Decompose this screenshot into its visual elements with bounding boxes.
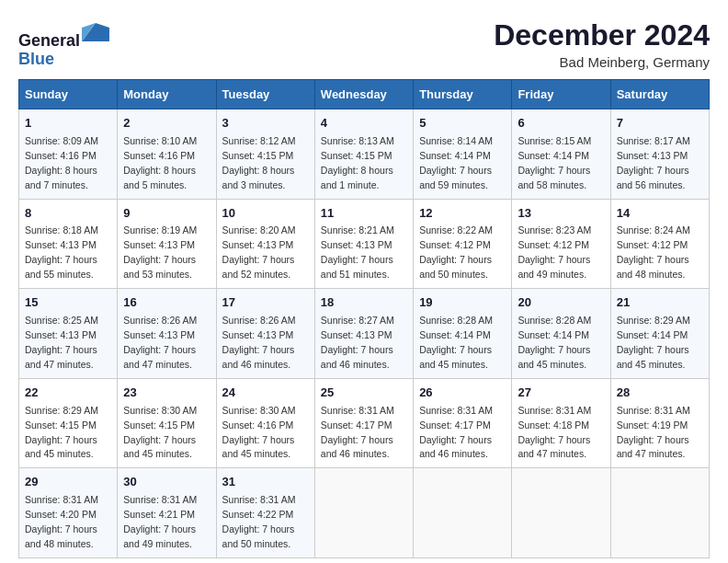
col-header-friday: Friday — [512, 80, 610, 109]
day-info: Sunrise: 8:19 AM Sunset: 4:13 PM Dayligh… — [123, 224, 197, 280]
logo-text: General Blue — [18, 18, 109, 69]
day-info: Sunrise: 8:20 AM Sunset: 4:13 PM Dayligh… — [222, 224, 296, 280]
day-info: Sunrise: 8:12 AM Sunset: 4:15 PM Dayligh… — [222, 135, 296, 190]
day-info: Sunrise: 8:26 AM Sunset: 4:13 PM Dayligh… — [123, 315, 197, 370]
day-info: Sunrise: 8:31 AM Sunset: 4:17 PM Dayligh… — [321, 405, 394, 460]
calendar-cell — [414, 468, 512, 558]
day-number: 9 — [123, 205, 210, 223]
col-header-thursday: Thursday — [414, 80, 512, 109]
day-number: 19 — [419, 294, 506, 312]
calendar-cell: 11 Sunrise: 8:21 AM Sunset: 4:13 PM Dayl… — [314, 199, 413, 289]
calendar-week-4: 22 Sunrise: 8:29 AM Sunset: 4:15 PM Dayl… — [19, 378, 710, 468]
day-info: Sunrise: 8:31 AM Sunset: 4:19 PM Dayligh… — [617, 405, 690, 460]
calendar-table: SundayMondayTuesdayWednesdayThursdayFrid… — [18, 79, 710, 558]
day-number: 11 — [321, 205, 407, 223]
calendar-cell: 2 Sunrise: 8:10 AM Sunset: 4:16 PM Dayli… — [118, 109, 216, 200]
col-header-sunday: Sunday — [19, 80, 118, 109]
day-number: 17 — [222, 294, 309, 312]
calendar-cell: 27 Sunrise: 8:31 AM Sunset: 4:18 PM Dayl… — [512, 378, 610, 468]
calendar-cell: 15 Sunrise: 8:25 AM Sunset: 4:13 PM Dayl… — [19, 289, 118, 379]
calendar-cell: 5 Sunrise: 8:14 AM Sunset: 4:14 PM Dayli… — [414, 109, 512, 200]
day-number: 7 — [617, 115, 703, 132]
day-info: Sunrise: 8:10 AM Sunset: 4:16 PM Dayligh… — [123, 135, 197, 190]
day-number: 5 — [419, 115, 506, 132]
page-header: General Blue December 2024 Bad Meinberg,… — [18, 18, 710, 70]
title-block: December 2024 Bad Meinberg, Germany — [494, 18, 710, 70]
col-header-monday: Monday — [118, 80, 216, 109]
day-number: 28 — [617, 385, 703, 402]
calendar-week-1: 1 Sunrise: 8:09 AM Sunset: 4:16 PM Dayli… — [19, 109, 710, 200]
calendar-week-5: 29 Sunrise: 8:31 AM Sunset: 4:20 PM Dayl… — [19, 468, 710, 558]
day-number: 10 — [222, 205, 309, 223]
calendar-cell: 18 Sunrise: 8:27 AM Sunset: 4:13 PM Dayl… — [314, 289, 413, 379]
day-number: 8 — [25, 205, 111, 223]
logo-icon — [82, 18, 109, 46]
day-number: 26 — [419, 385, 506, 402]
day-info: Sunrise: 8:31 AM Sunset: 4:18 PM Dayligh… — [518, 405, 591, 460]
day-info: Sunrise: 8:18 AM Sunset: 4:13 PM Dayligh… — [25, 224, 98, 280]
day-info: Sunrise: 8:09 AM Sunset: 4:16 PM Dayligh… — [25, 135, 98, 190]
calendar-cell: 8 Sunrise: 8:18 AM Sunset: 4:13 PM Dayli… — [19, 199, 118, 289]
day-info: Sunrise: 8:29 AM Sunset: 4:14 PM Dayligh… — [617, 315, 690, 370]
day-info: Sunrise: 8:28 AM Sunset: 4:14 PM Dayligh… — [518, 315, 591, 370]
day-number: 18 — [321, 294, 407, 312]
calendar-cell: 31 Sunrise: 8:31 AM Sunset: 4:22 PM Dayl… — [216, 468, 314, 558]
calendar-cell: 17 Sunrise: 8:26 AM Sunset: 4:13 PM Dayl… — [216, 289, 314, 379]
day-info: Sunrise: 8:23 AM Sunset: 4:12 PM Dayligh… — [518, 224, 591, 280]
calendar-cell: 13 Sunrise: 8:23 AM Sunset: 4:12 PM Dayl… — [512, 199, 610, 289]
calendar-cell: 14 Sunrise: 8:24 AM Sunset: 4:12 PM Dayl… — [610, 199, 709, 289]
day-info: Sunrise: 8:27 AM Sunset: 4:13 PM Dayligh… — [321, 315, 394, 370]
calendar-cell: 30 Sunrise: 8:31 AM Sunset: 4:21 PM Dayl… — [118, 468, 216, 558]
day-info: Sunrise: 8:25 AM Sunset: 4:13 PM Dayligh… — [25, 315, 98, 370]
col-header-wednesday: Wednesday — [314, 80, 413, 109]
calendar-cell: 12 Sunrise: 8:22 AM Sunset: 4:12 PM Dayl… — [414, 199, 512, 289]
day-number: 31 — [222, 474, 309, 491]
day-number: 27 — [518, 385, 604, 402]
col-header-tuesday: Tuesday — [216, 80, 314, 109]
calendar-cell: 4 Sunrise: 8:13 AM Sunset: 4:15 PM Dayli… — [314, 109, 413, 200]
calendar-cell — [314, 468, 413, 558]
location-subtitle: Bad Meinberg, Germany — [494, 54, 710, 70]
day-number: 20 — [518, 294, 604, 312]
day-number: 6 — [518, 115, 604, 132]
calendar-cell: 26 Sunrise: 8:31 AM Sunset: 4:17 PM Dayl… — [414, 378, 512, 468]
calendar-cell: 20 Sunrise: 8:28 AM Sunset: 4:14 PM Dayl… — [512, 289, 610, 379]
day-info: Sunrise: 8:22 AM Sunset: 4:12 PM Dayligh… — [419, 224, 493, 280]
day-info: Sunrise: 8:14 AM Sunset: 4:14 PM Dayligh… — [419, 135, 493, 190]
calendar-cell: 9 Sunrise: 8:19 AM Sunset: 4:13 PM Dayli… — [118, 199, 216, 289]
calendar-cell — [610, 468, 709, 558]
calendar-cell: 24 Sunrise: 8:30 AM Sunset: 4:16 PM Dayl… — [216, 378, 314, 468]
calendar-cell: 29 Sunrise: 8:31 AM Sunset: 4:20 PM Dayl… — [19, 468, 118, 558]
calendar-cell: 19 Sunrise: 8:28 AM Sunset: 4:14 PM Dayl… — [414, 289, 512, 379]
day-number: 15 — [25, 294, 111, 312]
day-number: 30 — [123, 474, 210, 491]
calendar-week-3: 15 Sunrise: 8:25 AM Sunset: 4:13 PM Dayl… — [19, 289, 710, 379]
calendar-header-row: SundayMondayTuesdayWednesdayThursdayFrid… — [19, 80, 710, 109]
day-number: 25 — [321, 385, 407, 402]
calendar-cell: 16 Sunrise: 8:26 AM Sunset: 4:13 PM Dayl… — [118, 289, 216, 379]
calendar-cell: 1 Sunrise: 8:09 AM Sunset: 4:16 PM Dayli… — [19, 109, 118, 200]
day-number: 23 — [123, 385, 210, 402]
calendar-cell: 23 Sunrise: 8:30 AM Sunset: 4:15 PM Dayl… — [118, 378, 216, 468]
month-title: December 2024 — [494, 18, 710, 52]
day-number: 2 — [123, 115, 210, 132]
day-number: 14 — [617, 205, 703, 223]
day-info: Sunrise: 8:26 AM Sunset: 4:13 PM Dayligh… — [222, 315, 296, 370]
calendar-cell: 22 Sunrise: 8:29 AM Sunset: 4:15 PM Dayl… — [19, 378, 118, 468]
day-info: Sunrise: 8:29 AM Sunset: 4:15 PM Dayligh… — [25, 405, 98, 460]
day-number: 4 — [321, 115, 407, 132]
calendar-cell: 25 Sunrise: 8:31 AM Sunset: 4:17 PM Dayl… — [314, 378, 413, 468]
day-info: Sunrise: 8:31 AM Sunset: 4:17 PM Dayligh… — [419, 405, 493, 460]
day-info: Sunrise: 8:31 AM Sunset: 4:20 PM Dayligh… — [25, 494, 98, 549]
calendar-cell: 10 Sunrise: 8:20 AM Sunset: 4:13 PM Dayl… — [216, 199, 314, 289]
day-info: Sunrise: 8:31 AM Sunset: 4:22 PM Dayligh… — [222, 494, 296, 549]
day-info: Sunrise: 8:31 AM Sunset: 4:21 PM Dayligh… — [123, 494, 197, 549]
day-number: 12 — [419, 205, 506, 223]
calendar-cell: 21 Sunrise: 8:29 AM Sunset: 4:14 PM Dayl… — [610, 289, 709, 379]
day-info: Sunrise: 8:15 AM Sunset: 4:14 PM Dayligh… — [518, 135, 591, 190]
day-number: 22 — [25, 385, 111, 402]
day-number: 24 — [222, 385, 309, 402]
logo: General Blue — [18, 18, 109, 69]
calendar-week-2: 8 Sunrise: 8:18 AM Sunset: 4:13 PM Dayli… — [19, 199, 710, 289]
day-number: 16 — [123, 294, 210, 312]
